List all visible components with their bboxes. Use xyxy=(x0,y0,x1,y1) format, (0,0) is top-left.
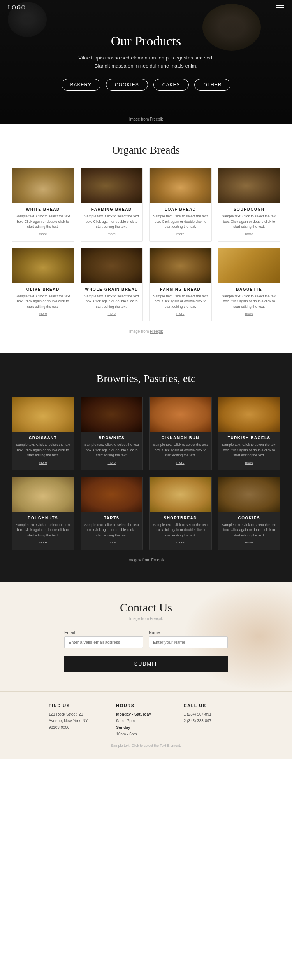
product-image xyxy=(81,248,143,283)
cookies-filter-button[interactable]: COOKIES xyxy=(106,79,148,91)
hero-image-credit: Image from Freepik xyxy=(129,117,163,121)
product-more-link[interactable]: more xyxy=(176,461,185,465)
product-card: CROISSANTSample text. Click to select th… xyxy=(12,397,74,470)
product-name: SHORTBREAD xyxy=(164,516,197,520)
product-image xyxy=(12,168,74,203)
product-card: SHORTBREADSample text. Click to select t… xyxy=(149,477,212,550)
product-more-link[interactable]: more xyxy=(245,232,253,236)
find-us-address: 121 Rock Street, 21Avenue, New York, NY9… xyxy=(49,711,108,731)
contact-image-credit: Image from Freepik xyxy=(12,617,280,621)
contact-form-row: Email Name xyxy=(64,630,228,648)
product-description: Sample text. Click to select the text bo… xyxy=(81,294,143,310)
product-more-link[interactable]: more xyxy=(107,232,116,236)
product-name: TURKISH BAGELS xyxy=(228,436,271,440)
product-more-link[interactable]: more xyxy=(107,540,116,544)
brownies-section: Brownies, Pastries, etc CROISSANTSample … xyxy=(0,353,292,582)
product-card: CINNAMON BUNSample text. Click to select… xyxy=(149,397,212,470)
product-card: SOURDOUGHSample text. Click to select th… xyxy=(218,168,281,242)
product-more-link[interactable]: more xyxy=(245,312,253,316)
product-name: FARMING BREAD xyxy=(91,207,132,211)
product-card: BROWNIESSample text. Click to select the… xyxy=(81,397,143,470)
product-image xyxy=(150,248,211,283)
product-description: Sample text. Click to select the text bo… xyxy=(12,522,74,538)
footer-sample-text: Sample text. Click to select the Text El… xyxy=(12,744,280,748)
product-description: Sample text. Click to select the text bo… xyxy=(150,442,211,458)
product-more-link[interactable]: more xyxy=(107,461,116,465)
submit-button[interactable]: SUBMIT xyxy=(64,656,228,672)
product-more-link[interactable]: more xyxy=(39,232,47,236)
product-more-link[interactable]: more xyxy=(39,540,47,544)
product-name: LOAF BREAD xyxy=(165,207,196,211)
footer-hours: HOURS Monday - Saturday 9am - 7pm Sunday… xyxy=(116,703,176,737)
cakes-filter-button[interactable]: CAKES xyxy=(153,79,189,91)
product-name: DOUGHNUTS xyxy=(28,516,58,520)
organic-image-credit: Image from Freepik xyxy=(12,329,280,334)
hero-title: Our Products xyxy=(111,34,181,49)
product-description: Sample text. Click to select the text bo… xyxy=(218,214,280,230)
email-group: Email xyxy=(64,630,143,648)
product-card: COOKIESSample text. Click to select the … xyxy=(218,477,281,550)
logo: logo xyxy=(8,5,26,11)
product-image xyxy=(218,168,280,203)
product-description: Sample text. Click to select the text bo… xyxy=(218,294,280,310)
product-description: Sample text. Click to select the text bo… xyxy=(12,294,74,310)
product-name: FARMING BREAD xyxy=(160,287,201,292)
product-more-link[interactable]: more xyxy=(39,461,47,465)
product-more-link[interactable]: more xyxy=(176,232,185,236)
product-image xyxy=(81,168,143,203)
find-us-title: FIND US xyxy=(49,703,108,708)
product-more-link[interactable]: more xyxy=(245,461,253,465)
hours-text: Monday - Saturday 9am - 7pm Sunday 10am … xyxy=(116,711,176,737)
product-description: Sample text. Click to select the text bo… xyxy=(150,294,211,310)
email-input[interactable] xyxy=(64,636,143,648)
name-input[interactable] xyxy=(149,636,228,648)
hero-subtitle: Vitae turpis massa sed elementum tempus … xyxy=(72,54,220,70)
product-description: Sample text. Click to select the text bo… xyxy=(12,442,74,458)
product-card: DOUGHNUTSSample text. Click to select th… xyxy=(12,477,74,550)
product-image xyxy=(218,397,280,432)
product-more-link[interactable]: more xyxy=(245,540,253,544)
product-more-link[interactable]: more xyxy=(176,540,185,544)
product-name: COOKIES xyxy=(238,516,260,520)
product-card: FARMING BREADSample text. Click to selec… xyxy=(149,248,212,322)
product-card: TURKISH BAGELSSample text. Click to sele… xyxy=(218,397,281,470)
product-description: Sample text. Click to select the text bo… xyxy=(218,522,280,538)
product-name: BROWNIES xyxy=(99,436,125,440)
product-name: WHITE BREAD xyxy=(26,207,60,211)
product-description: Sample text. Click to select the text bo… xyxy=(218,442,280,458)
product-image xyxy=(81,477,143,512)
footer-call-us: CALL US 1 (234) 567-891 2 (345) 333-897 xyxy=(184,703,243,737)
product-image xyxy=(218,248,280,283)
product-name: CROISSANT xyxy=(29,436,57,440)
product-image xyxy=(12,477,74,512)
product-more-link[interactable]: more xyxy=(107,312,116,316)
call-us-title: CALL US xyxy=(184,703,243,708)
product-more-link[interactable]: more xyxy=(176,312,185,316)
product-card: FARMING BREADSample text. Click to selec… xyxy=(81,168,143,242)
product-name: BAGUETTE xyxy=(236,287,262,292)
footer-grid: FIND US 121 Rock Street, 21Avenue, New Y… xyxy=(49,703,243,737)
product-image xyxy=(218,477,280,512)
other-filter-button[interactable]: OTHER xyxy=(194,79,230,91)
name-label: Name xyxy=(149,630,228,635)
bakery-filter-button[interactable]: BAKERY xyxy=(62,79,100,91)
freepik-link[interactable]: Freepik xyxy=(150,329,163,334)
product-name: TARTS xyxy=(104,516,120,520)
product-description: Sample text. Click to select the text bo… xyxy=(81,522,143,538)
product-card: OLIVE BREADSample text. Click to select … xyxy=(12,248,74,322)
product-name: CINNAMON BUN xyxy=(162,436,199,440)
hours-title: HOURS xyxy=(116,703,176,708)
organic-breads-section: Organic Breads WHITE BREADSample text. C… xyxy=(0,124,292,353)
product-name: WHOLE-GRAIN BREAD xyxy=(85,287,138,292)
footer: FIND US 121 Rock Street, 21Avenue, New Y… xyxy=(0,691,292,759)
phone-numbers: 1 (234) 567-891 2 (345) 333-897 xyxy=(184,711,243,724)
contact-form: Email Name SUBMIT xyxy=(64,630,228,672)
hero-filter-buttons: BAKERY COOKIES CAKES OTHER xyxy=(62,79,231,91)
product-more-link[interactable]: more xyxy=(39,312,47,316)
hamburger-menu[interactable] xyxy=(276,5,284,10)
product-image xyxy=(12,248,74,283)
product-image xyxy=(150,168,211,203)
product-image xyxy=(150,477,211,512)
product-card: TARTSSample text. Click to select the te… xyxy=(81,477,143,550)
product-card: LOAF BREADSample text. Click to select t… xyxy=(149,168,212,242)
